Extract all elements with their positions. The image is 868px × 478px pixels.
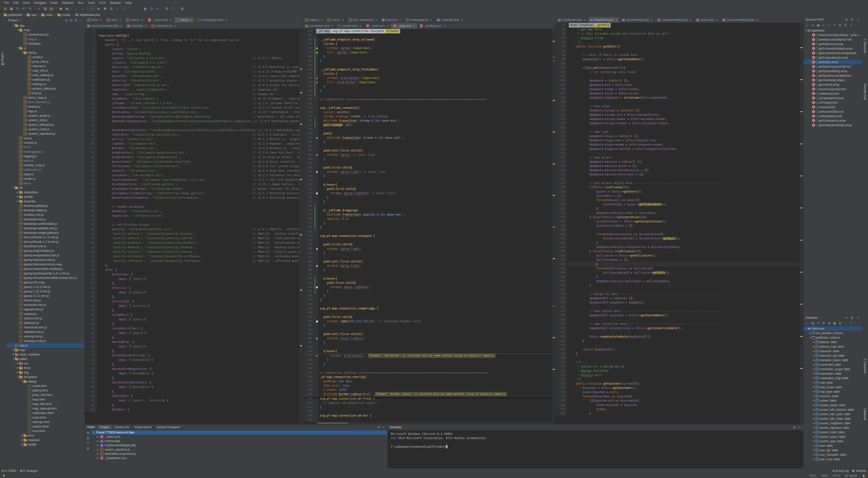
menu-item-refactor[interactable]: Refactor — [60, 1, 76, 5]
tab-form_element.js[interactable]: JSform_element.js✕ — [346, 17, 379, 23]
error-stripe[interactable] — [300, 29, 303, 424]
db-item-system_jumps[interactable]: ▶ system_jumps: table — [804, 403, 862, 407]
db-item-corporation[interactable]: ▶ corporation: table — [804, 371, 862, 376]
db-item-connection_scope[interactable]: ▶ connection_scope: table — [804, 367, 862, 371]
menu-item-navigate[interactable]: Navigate — [32, 1, 48, 5]
db-item-corporation_map[interactable]: ▶ corporation_map: table — [804, 376, 862, 380]
tree-item-settings.js[interactable]: JSsettings.js — [6, 82, 85, 86]
tree-item-manual.js[interactable]: JSmanual.js — [6, 64, 85, 68]
close-tab-icon[interactable]: ✕ — [375, 19, 377, 21]
todo-tab-default-changelist[interactable]: Default Changelist — [154, 425, 182, 429]
tree-item-jquery.dragToSelect.js[interactable]: JSjquery.dragToSelect.js — [6, 249, 85, 253]
tree-item-settings.html[interactable]: 5settings.html — [6, 420, 85, 424]
close-tab-icon[interactable]: ✕ — [413, 25, 415, 27]
status-line-separator[interactable]: CRLF — [821, 474, 828, 477]
tool-button-terminal[interactable]: Terminal — [852, 469, 866, 473]
tab-_map.scss[interactable]: S_map.scss✕ — [391, 23, 417, 29]
db-item-eve_phoebe[interactable]: ▶ eve_phoebe: schema — [804, 331, 862, 335]
tool-stripe-remote-host[interactable]: Remote Host — [863, 84, 867, 100]
tree-item-demo_map.js[interactable]: JSdemo_map.js — [6, 95, 85, 100]
db-item-user[interactable]: ▶ user: table — [804, 443, 862, 448]
vcs-history-icon[interactable]: ◷ — [149, 7, 154, 10]
tree-item-require.js[interactable]: JSrequire.js — [6, 312, 85, 316]
tab-notification.js[interactable]: JSnotification.js✕ — [149, 23, 178, 29]
tree-item-raphael-min.js[interactable]: 01raphael-min.js — [6, 307, 85, 312]
tab-map.js[interactable]: JSmap.js✕ — [325, 17, 346, 23]
close-tab-icon[interactable]: ✕ — [174, 25, 176, 27]
todo-tab-current-file[interactable]: Current File — [112, 425, 132, 429]
todo-file-schema.php[interactable]: ▶phpschema.php — [91, 439, 388, 443]
db-item-character[interactable]: ▶ character: table — [804, 349, 862, 353]
db-item-user_api[interactable]: ▶ user_api: table — [804, 448, 862, 452]
structure-method-clearAccess[interactable]: m clearAccess([clearKeys : array = ... — [804, 33, 862, 37]
db-item-alliance_map[interactable]: ▶ alliance_map: table — [804, 344, 862, 349]
hide-panel-icon[interactable]: — — [797, 425, 801, 429]
debug-icon[interactable]: ✱ — [102, 7, 108, 10]
tree-item-form_element.js[interactable]: JSform_element.js — [6, 100, 85, 104]
db-item-system_signature[interactable]: ▶ system_signature: table — [804, 425, 862, 430]
todo-tab-project[interactable]: Project — [98, 425, 111, 429]
tab-init.js[interactable]: JSinit.js✕ — [85, 17, 104, 23]
tab-system.html[interactable]: 5system.html✕ — [336, 23, 364, 29]
close-tab-icon[interactable]: ✕ — [225, 19, 227, 21]
db-item-connection[interactable]: ▶ connection: table — [804, 362, 862, 367]
tab-MapModel.php[interactable]: phpMapModel.php✕ — [588, 17, 620, 23]
tab-User.php[interactable]: phpUser.php✕ — [125, 23, 149, 29]
structure-list[interactable]: ▼C MapModelm clearAccess([clearKeys : ar… — [804, 28, 862, 315]
tree-item-fonts[interactable]: ▶fonts — [6, 365, 85, 370]
find-icon[interactable]: ◉ — [58, 7, 64, 10]
tree-item-app[interactable]: ▼app — [6, 23, 85, 28]
hide-panel-icon[interactable]: ⊣ — [856, 18, 860, 21]
menu-item-help[interactable]: Help — [123, 1, 133, 5]
structure-method-getData[interactable]: m getData():array — [804, 60, 862, 64]
db-item-alliance[interactable]: ▶ alliance: table — [804, 340, 862, 344]
tree-item-select2.min.js[interactable]: 01select2.min.js — [6, 316, 85, 321]
hide-panel-icon[interactable]: — — [78, 19, 83, 22]
tree-item-map_settings.js[interactable]: JSmap_settings.js — [6, 73, 85, 77]
collapse-all-icon[interactable]: ⊟ — [87, 437, 89, 440]
terminal-title[interactable]: Terminal — [390, 425, 401, 429]
close-tab-icon[interactable]: ✕ — [651, 19, 653, 21]
code-editor-mapmodel[interactable]: 91 /**92 * get map data93 * -> this incl… — [556, 23, 803, 424]
tree-item-velocity.min.js[interactable]: 01velocity.min.js — [6, 334, 85, 339]
tree-item-overlay.js[interactable]: JSoverlay.js — [6, 41, 85, 46]
tree-item-mustache.min.js[interactable]: 01mustache.min.js — [6, 302, 85, 307]
tree-item-jquery.mCustomScrollbar.concat.min.js[interactable]: 01jquery.mCustomScrollbar.concat.min.js — [6, 276, 85, 280]
tree-item-logging.js[interactable]: JSlogging.js — [6, 154, 85, 158]
tree-item-validator.min.js[interactable]: 01validator.min.js — [6, 329, 85, 334]
tree-item-jquery-1.11.3.min.js[interactable]: 01jquery-1.11.3.min.js — [6, 289, 85, 293]
structure-method-isPrivate[interactable]: m isPrivate():bool — [804, 100, 862, 105]
close-tab-icon[interactable]: ✕ — [141, 19, 143, 21]
menu-item-file[interactable]: File — [2, 1, 11, 5]
db-item-system_kills_factions[interactable]: ▶ system_kills_factions: table — [804, 407, 862, 412]
todo-summary-row[interactable]: ▼Found 7 TODO items in 6 files — [91, 431, 388, 435]
redo-icon[interactable]: ↷ — [27, 7, 33, 10]
tree-item-init.js[interactable]: JSinit.js — [6, 145, 85, 149]
close-tab-icon[interactable]: ✕ — [461, 19, 463, 21]
todo-list[interactable]: ▼Found 7 TODO items in 6 files▶S_colors.… — [91, 431, 388, 469]
close-tab-icon[interactable]: ✕ — [342, 19, 344, 21]
expand-icon[interactable]: ⊞ — [844, 18, 848, 21]
tab-Map.php[interactable]: phpMap.php✕ — [379, 17, 404, 23]
save-all-icon[interactable]: ▦ — [8, 7, 14, 10]
todo-tab-scope-based[interactable]: Scope Based — [132, 425, 154, 429]
tree-item-dom.jsPlumb-1.7.2-min.js[interactable]: 01dom.jsPlumb-1.7.2-min.js — [6, 235, 85, 240]
structure-method-setData[interactable]: m setData(data):void — [804, 114, 862, 118]
settings-icon[interactable]: ⚙ — [73, 19, 78, 22]
locate-file-icon[interactable]: ◎ — [64, 19, 68, 22]
tree-item-notification.js[interactable]: JSnotification.js — [6, 77, 85, 82]
menu-item-code[interactable]: Code — [48, 1, 60, 5]
close-tab-icon[interactable]: ✕ — [190, 19, 192, 21]
status-caret-position[interactable]: 147:1 — [810, 474, 816, 477]
db-item-map[interactable]: ▶ map: table — [804, 380, 862, 385]
tree-item-jump_info.html[interactable]: 5jump_info.html — [6, 393, 85, 397]
db-item-system_type[interactable]: ▶ system_type: table — [804, 439, 862, 443]
structure-method-getSystem[interactable]: m getSystem(systemId):null — [804, 64, 862, 69]
menu-item-edit[interactable]: Edit — [11, 1, 21, 5]
structure-method-getCharacters[interactable]: m getCharacters():array — [804, 118, 862, 123]
settings-icon[interactable]: ⚙ — [792, 425, 797, 429]
structure-method-getSystems[interactable]: m getSystems():array|mixed — [804, 73, 862, 78]
tab-cortex.php[interactable]: phpcortex.php✕ — [694, 17, 720, 23]
status-encoding[interactable]: UTF-8 — [833, 474, 840, 477]
tree-item-system_info.js[interactable]: JSsystem_info.js — [6, 118, 85, 122]
